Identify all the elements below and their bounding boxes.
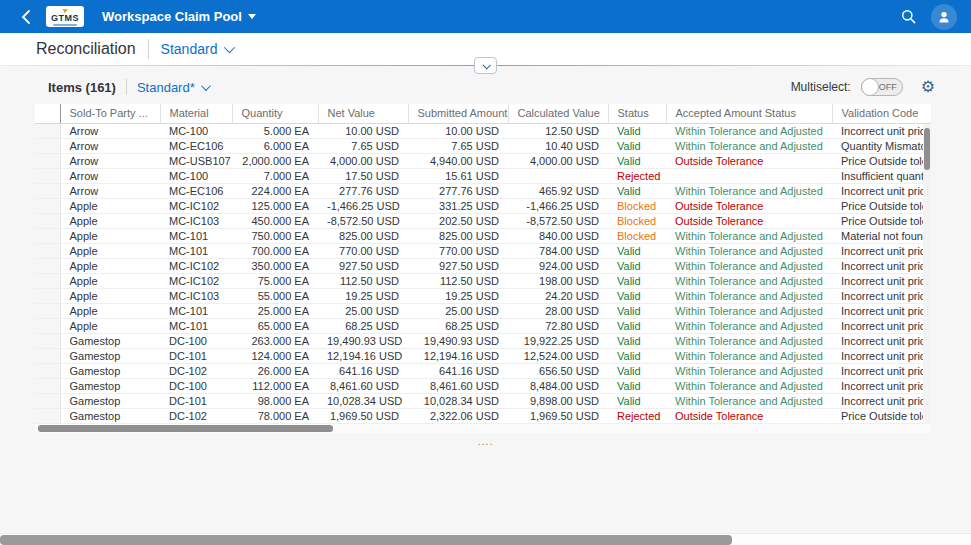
table-vertical-scrollbar[interactable] [923, 124, 931, 424]
row-selector[interactable] [35, 153, 60, 168]
gtms-logo[interactable]: ➤ GTMS [46, 6, 84, 27]
row-selector[interactable] [35, 303, 60, 318]
cell-status: Valid [608, 258, 666, 273]
cell-quantity: 98.000 EA [232, 393, 318, 408]
table-variant-label: Standard* [137, 80, 195, 95]
cell-status: Valid [608, 243, 666, 258]
table-variant-selector[interactable]: Standard* [137, 80, 208, 95]
row-selector[interactable] [35, 123, 60, 138]
column-header-net-value[interactable]: Net Value [318, 104, 408, 123]
column-header-accepted-amount-status[interactable]: Accepted Amount Status [666, 104, 832, 123]
cell-calculated-value: 72.80 USD [508, 318, 608, 333]
table-horizontal-scrollbar[interactable] [35, 424, 931, 433]
gear-icon[interactable]: ⚙ [921, 79, 935, 95]
row-selector[interactable] [35, 198, 60, 213]
scrollbar-thumb[interactable] [0, 535, 732, 545]
row-selector[interactable] [35, 138, 60, 153]
cell-material: MC-IC102 [160, 258, 232, 273]
cell-validation-code: Incorrect unit price [832, 348, 931, 363]
multiselect-toggle[interactable]: OFF [861, 78, 903, 96]
header-separator [148, 39, 149, 59]
row-selector[interactable] [35, 318, 60, 333]
multiselect-label: Multiselect: [791, 80, 851, 94]
cell-quantity: 2,000.000 EA [232, 153, 318, 168]
table-row[interactable]: ArrowMC-USB1072,000.000 EA4,000.00 USD4,… [35, 153, 931, 168]
cell-submitted-amount: 68.25 USD [408, 318, 508, 333]
cell-validation-code: Incorrect unit price [832, 393, 931, 408]
row-selector[interactable] [35, 213, 60, 228]
column-header-quantity[interactable]: Quantity [232, 104, 318, 123]
table-row[interactable]: ArrowMC-1007.000 EA17.50 USD15.61 USDRej… [35, 168, 931, 183]
cell-submitted-amount: 8,461.60 USD [408, 378, 508, 393]
table-row[interactable]: AppleMC-IC10275.000 EA112.50 USD112.50 U… [35, 273, 931, 288]
cell-calculated-value: 656.50 USD [508, 363, 608, 378]
cell-validation-code: Price Outside tolerance [832, 153, 931, 168]
cell-accepted-amount-status: Outside Tolerance [666, 408, 832, 423]
search-icon[interactable] [895, 4, 921, 30]
table-row[interactable]: ArrowMC-EC1066.000 EA7.65 USD7.65 USD10.… [35, 138, 931, 153]
cell-quantity: 112.000 EA [232, 378, 318, 393]
column-header-submitted-amount[interactable]: Submitted Amount [408, 104, 508, 123]
row-selector[interactable] [35, 168, 60, 183]
row-selector[interactable] [35, 228, 60, 243]
back-icon[interactable] [14, 10, 36, 24]
table-row[interactable]: AppleMC-101750.000 EA825.00 USD825.00 US… [35, 228, 931, 243]
row-selector[interactable] [35, 408, 60, 423]
table-row[interactable]: GamestopDC-101124.000 EA12,194.16 USD12,… [35, 348, 931, 363]
table-row[interactable]: AppleMC-10165.000 EA68.25 USD68.25 USD72… [35, 318, 931, 333]
table-row[interactable]: ArrowMC-EC106224.000 EA277.76 USD277.76 … [35, 183, 931, 198]
row-selector[interactable] [35, 243, 60, 258]
column-header-material[interactable]: Material [160, 104, 232, 123]
app-title-menu[interactable]: Workspace Claim Pool [102, 9, 256, 24]
row-selector[interactable] [35, 273, 60, 288]
table-row[interactable]: GamestopDC-100112.000 EA8,461.60 USD8,46… [35, 378, 931, 393]
column-header-status[interactable]: Status [608, 104, 666, 123]
cell-net-value: 825.00 USD [318, 228, 408, 243]
cell-calculated-value: -8,572.50 USD [508, 213, 608, 228]
table-row[interactable]: AppleMC-IC10355.000 EA19.25 USD19.25 USD… [35, 288, 931, 303]
row-selector[interactable] [35, 258, 60, 273]
row-selector[interactable] [35, 348, 60, 363]
table-row[interactable]: AppleMC-10125.000 EA25.00 USD25.00 USD28… [35, 303, 931, 318]
column-header-sold-to-party[interactable]: Sold-To Party ... [60, 104, 160, 123]
table-row[interactable]: AppleMC-101700.000 EA770.00 USD770.00 US… [35, 243, 931, 258]
table-row[interactable]: GamestopDC-10278.000 EA1,969.50 USD2,322… [35, 408, 931, 423]
table-row[interactable]: AppleMC-IC102125.000 EA-1,466.25 USD331.… [35, 198, 931, 213]
cell-calculated-value: 1,969.50 USD [508, 408, 608, 423]
app-title-caret-icon [248, 14, 256, 19]
cell-validation-code: Price Outside tolerance [832, 213, 931, 228]
table-grow-trigger[interactable]: .... [0, 433, 971, 447]
table-row[interactable]: GamestopDC-10226.000 EA641.16 USD641.16 … [35, 363, 931, 378]
row-selector[interactable] [35, 183, 60, 198]
column-header-calculated-value[interactable]: Calculated Value [508, 104, 608, 123]
cell-accepted-amount-status: Within Tolerance and Adjusted [666, 243, 832, 258]
page-variant-selector[interactable]: Standard [161, 41, 233, 57]
scrollbar-thumb[interactable] [38, 425, 333, 432]
cell-validation-code: Incorrect unit price [832, 333, 931, 348]
table-row[interactable]: AppleMC-IC102350.000 EA927.50 USD927.50 … [35, 258, 931, 273]
column-header-validation-code[interactable]: Validation Code [832, 104, 931, 123]
table-row[interactable]: GamestopDC-100263.000 EA19,490.93 USD19,… [35, 333, 931, 348]
cell-status: Valid [608, 303, 666, 318]
page-horizontal-scrollbar[interactable] [0, 533, 971, 545]
row-selector[interactable] [35, 363, 60, 378]
cell-quantity: 350.000 EA [232, 258, 318, 273]
collapse-header-button[interactable] [474, 57, 497, 74]
table-row[interactable]: ArrowMC-1005.000 EA10.00 USD10.00 USD12.… [35, 123, 931, 138]
table-row[interactable]: AppleMC-IC103450.000 EA-8,572.50 USD202.… [35, 213, 931, 228]
row-selector[interactable] [35, 393, 60, 408]
cell-net-value: 19,490.93 USD [318, 333, 408, 348]
scrollbar-thumb[interactable] [924, 128, 930, 170]
cell-net-value: 8,461.60 USD [318, 378, 408, 393]
cell-sold-to-party: Gamestop [60, 333, 160, 348]
row-selector[interactable] [35, 288, 60, 303]
cell-calculated-value: 924.00 USD [508, 258, 608, 273]
cell-material: MC-EC106 [160, 183, 232, 198]
cell-status: Valid [608, 333, 666, 348]
row-selector[interactable] [35, 333, 60, 348]
table-row[interactable]: GamestopDC-10198.000 EA10,028.34 USD10,0… [35, 393, 931, 408]
page-variant-label: Standard [161, 41, 218, 57]
user-avatar-icon[interactable] [931, 4, 957, 30]
row-selector[interactable] [35, 378, 60, 393]
cell-submitted-amount: 770.00 USD [408, 243, 508, 258]
